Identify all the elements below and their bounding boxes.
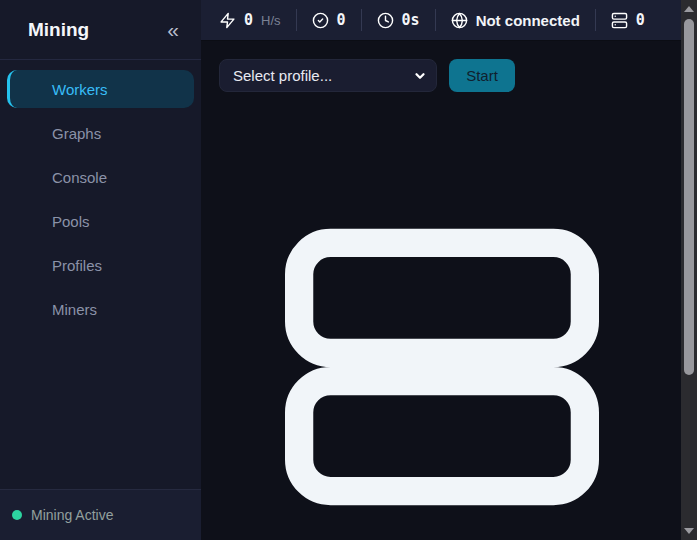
stats-topbar: 0 H/s 0 0s Not connected 0 xyxy=(201,0,681,41)
connection-status-label: Not connected xyxy=(476,12,580,29)
accepted-shares-value: 0 xyxy=(337,11,346,29)
sidebar-item-label: Console xyxy=(52,169,107,186)
devices-stat: 0 xyxy=(596,11,660,29)
sidebar-item-graphs[interactable]: Graphs xyxy=(7,114,194,152)
sidebar-item-label: Graphs xyxy=(52,125,101,142)
profile-select[interactable]: Select profile... xyxy=(219,59,437,92)
scroll-up-arrow-icon[interactable] xyxy=(684,6,694,12)
zap-icon xyxy=(219,12,236,29)
content-panel: Select profile... Start xyxy=(201,41,681,540)
sidebar-header: Mining « xyxy=(0,0,201,60)
empty-state-server-icon xyxy=(285,228,599,506)
status-dot-icon xyxy=(12,510,22,520)
hashrate-unit: H/s xyxy=(261,13,281,28)
mining-status-bar: Mining Active xyxy=(0,489,201,540)
hashrate-stat: 0 H/s xyxy=(219,11,296,29)
sidebar-nav: Workers Graphs Console Pools Profiles Mi… xyxy=(0,60,201,489)
sidebar: Mining « Workers Graphs Console Pools Pr… xyxy=(0,0,201,540)
connection-stat: Not connected xyxy=(436,12,595,29)
sidebar-item-console[interactable]: Console xyxy=(7,158,194,196)
start-button[interactable]: Start xyxy=(449,59,515,92)
sidebar-item-pools[interactable]: Pools xyxy=(7,202,194,240)
hashrate-value: 0 xyxy=(244,11,253,29)
vertical-scrollbar[interactable] xyxy=(681,0,697,540)
sidebar-item-label: Miners xyxy=(52,301,97,318)
main-area: 0 H/s 0 0s Not connected 0 xyxy=(201,0,681,540)
mining-status-label: Mining Active xyxy=(31,507,113,523)
scrollbar-thumb[interactable] xyxy=(684,19,694,375)
collapse-sidebar-icon[interactable]: « xyxy=(167,19,179,40)
check-circle-icon xyxy=(312,12,329,29)
profile-select-wrap: Select profile... xyxy=(219,59,437,92)
app-title: Mining xyxy=(28,19,89,41)
scroll-down-arrow-icon[interactable] xyxy=(684,528,694,534)
clock-icon xyxy=(377,12,394,29)
sidebar-item-label: Pools xyxy=(52,213,90,230)
app-window: Mining « Workers Graphs Console Pools Pr… xyxy=(0,0,697,540)
accepted-shares-stat: 0 xyxy=(297,11,361,29)
sidebar-item-label: Profiles xyxy=(52,257,102,274)
globe-icon xyxy=(451,12,468,29)
controls-row: Select profile... Start xyxy=(219,59,681,92)
server-icon xyxy=(611,12,628,29)
sidebar-item-label: Workers xyxy=(52,81,108,98)
sidebar-item-workers[interactable]: Workers xyxy=(7,70,194,108)
sidebar-item-miners[interactable]: Miners xyxy=(7,290,194,328)
uptime-value: 0s xyxy=(402,11,420,29)
uptime-stat: 0s xyxy=(362,11,435,29)
devices-value: 0 xyxy=(636,11,645,29)
sidebar-item-profiles[interactable]: Profiles xyxy=(7,246,194,284)
